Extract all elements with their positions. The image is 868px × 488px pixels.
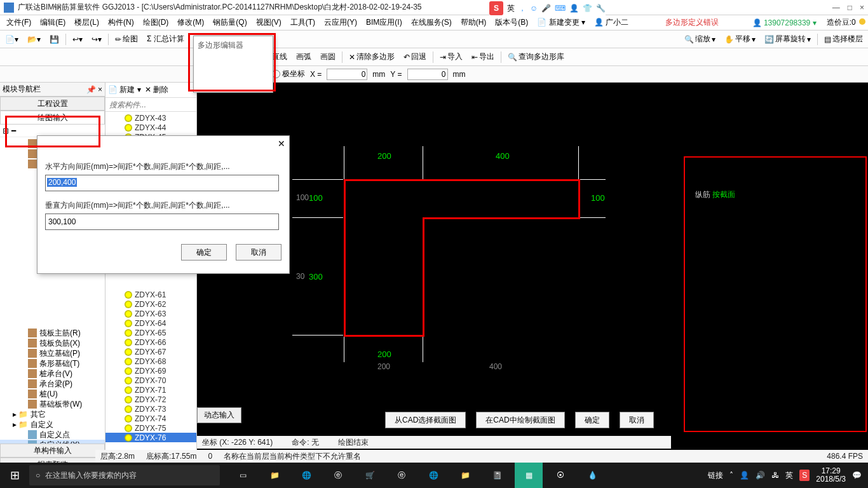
tray-chevron-icon[interactable]: ˄ — [729, 471, 733, 480]
menu-version[interactable]: 版本号(B) — [491, 16, 532, 29]
component-item[interactable]: ZDYX-62 — [105, 299, 196, 309]
polar-radio[interactable]: 极坐标 — [272, 69, 305, 79]
menu-comp[interactable]: 构件(N) — [104, 16, 138, 29]
comp-delete-button[interactable]: ✕ 删除 — [145, 85, 168, 95]
y-input[interactable] — [407, 69, 448, 80]
app-icon-3[interactable]: ⓔ — [324, 463, 352, 488]
tree-row[interactable]: 筏板主筋(R) — [0, 328, 105, 338]
draw-circle-button[interactable]: 画圆 — [318, 50, 338, 64]
clear-polygon-button[interactable]: ✕ 清除多边形 — [346, 50, 397, 64]
tree-group[interactable]: ▸ 📁 自定义 — [0, 419, 105, 430]
grid-cancel-button[interactable]: 取消 — [236, 244, 281, 261]
new-change-button[interactable]: 📄 新建变更 ▾ — [533, 16, 589, 29]
tree-row[interactable]: 自定义线(X) — [0, 440, 105, 444]
screen-rotate-button[interactable]: 🔄 屏幕旋转 ▾ — [762, 32, 813, 46]
app-icon-10[interactable]: ⦿ — [546, 463, 574, 488]
tray-people-icon[interactable]: 👤 — [740, 471, 749, 480]
taskbar-search[interactable]: ○ 在这里输入你要搜索的内容 — [29, 465, 220, 485]
component-item[interactable]: ZDYX-63 — [105, 309, 196, 318]
tree-row[interactable]: 桩承台(V) — [0, 369, 105, 379]
draw-button[interactable]: ✏ 绘图 — [112, 32, 140, 46]
app-icon-8[interactable]: 📓 — [483, 463, 511, 488]
start-button[interactable]: ⊞ — [0, 463, 29, 488]
component-item[interactable]: ZDYX-66 — [105, 337, 196, 347]
save-button[interactable]: 💾 — [47, 34, 62, 45]
app-icon-7[interactable]: 📁 — [451, 463, 479, 488]
menu-modify[interactable]: 修改(M) — [173, 16, 208, 29]
component-item[interactable]: ZDYX-67 — [105, 347, 196, 356]
tree-group[interactable]: ▸ 📁 其它 — [0, 409, 105, 419]
menu-view[interactable]: 视图(V) — [252, 16, 285, 29]
tree-row[interactable]: 自定义点 — [0, 430, 105, 440]
component-item[interactable]: ZDYX-75 — [105, 423, 196, 433]
dynamic-input-button[interactable]: 动态输入 — [197, 407, 241, 423]
zoom-button[interactable]: 🔍 缩放 ▾ — [682, 32, 718, 46]
menu-edit[interactable]: 编辑(E) — [36, 16, 69, 29]
component-item[interactable]: ZDYX-61 — [105, 290, 196, 299]
menu-floor[interactable]: 楼层(L) — [71, 16, 103, 29]
guangxiaoer-button[interactable]: 👤 广小二 — [590, 16, 632, 29]
app-icon-1[interactable]: 📁 — [261, 463, 288, 488]
tree-row[interactable]: 筏板负筋(X) — [0, 338, 105, 348]
polygon-error-warning[interactable]: 多边形定义错误 — [665, 17, 719, 28]
single-comp-input-tab[interactable]: 单构件输入 — [0, 444, 105, 458]
app-icon-11[interactable]: 💧 — [578, 463, 606, 488]
component-item[interactable]: ZDYX-44 — [105, 123, 196, 132]
component-item[interactable]: ZDYX-69 — [105, 366, 196, 376]
open-file-button[interactable]: 📂▾ — [25, 34, 43, 45]
pan-button[interactable]: ✋ 平移 ▾ — [722, 32, 758, 46]
tray-sogou-icon[interactable]: S — [799, 470, 810, 481]
redo-button[interactable]: ↪▾ — [89, 34, 104, 45]
component-item[interactable]: ZDYX-70 — [105, 376, 196, 385]
app-icon-2[interactable]: 🌐 — [292, 463, 320, 488]
tree-expand-icon[interactable]: ⊞ — [3, 126, 9, 135]
cad-ok-button[interactable]: 确定 — [575, 412, 609, 428]
menu-cloud[interactable]: 云应用(Y) — [320, 16, 361, 29]
project-settings-tab[interactable]: 工程设置 — [0, 97, 105, 111]
back-button[interactable]: ↶ 回退 — [401, 50, 429, 64]
menu-file[interactable]: 文件(F) — [3, 16, 35, 29]
app-icon-5[interactable]: ⓔ — [388, 463, 416, 488]
tray-ime-label[interactable]: 英 — [785, 470, 793, 481]
app-icon-9[interactable]: ▦ — [515, 463, 543, 488]
tray-notifications-icon[interactable]: 💬 — [852, 471, 862, 480]
user-account[interactable]: 👤 13907298339 ▾ — [752, 18, 817, 27]
x-input[interactable] — [327, 69, 367, 80]
tray-clock[interactable]: 17:292018/5/3 — [816, 467, 846, 484]
component-item[interactable]: ZDYX-72 — [105, 395, 196, 404]
grid-v-input[interactable] — [45, 214, 279, 230]
select-layer-button[interactable]: ▤ 选择楼层 — [822, 32, 865, 46]
comp-search-input[interactable] — [105, 98, 196, 111]
close-icon[interactable]: × — [860, 3, 864, 12]
query-lib-button[interactable]: 🔍 查询多边形库 — [505, 50, 567, 64]
nav-panel-pin-icon[interactable]: 📌 × — [86, 85, 102, 94]
tree-row[interactable]: 承台梁(P) — [0, 379, 105, 389]
component-item[interactable]: ZDYX-64 — [105, 318, 196, 328]
grid-ok-button[interactable]: 确定 — [181, 244, 227, 261]
menu-help[interactable]: 帮助(H) — [457, 16, 491, 29]
import-button[interactable]: ⇥ 导入 — [437, 50, 465, 64]
component-item[interactable]: ZDYX-76 — [105, 433, 196, 442]
maximize-icon[interactable]: □ — [848, 3, 852, 12]
component-item[interactable]: ZDYX-73 — [105, 404, 196, 414]
ime-logo-icon[interactable]: S — [489, 1, 503, 15]
component-item[interactable]: ZDYX-65 — [105, 328, 196, 337]
cad-draw-button[interactable]: 在CAD中绘制截面图 — [476, 412, 564, 428]
ime-lang-label[interactable]: 英 — [507, 3, 515, 14]
cad-cancel-button[interactable]: 取消 — [620, 412, 654, 428]
tree-collapse-icon[interactable]: ━ — [11, 126, 16, 135]
minimize-icon[interactable]: — — [832, 3, 840, 12]
undo-button[interactable]: ↩▾ — [70, 34, 85, 45]
component-item[interactable]: ZDYX-71 — [105, 385, 196, 395]
app-icon-4[interactable]: 🛒 — [356, 463, 384, 488]
component-item[interactable]: ZDYX-43 — [105, 113, 196, 123]
tree-row[interactable]: 桩(U) — [0, 389, 105, 399]
component-item[interactable]: ZDYX-74 — [105, 414, 196, 423]
grid-dialog-close-button[interactable]: ✕ — [278, 139, 285, 149]
tray-net-icon[interactable]: 🖧 — [771, 471, 779, 480]
menu-online[interactable]: 在线服务(S) — [407, 16, 456, 29]
menu-rebar[interactable]: 钢筋量(Q) — [209, 16, 250, 29]
comp-new-button[interactable]: 📄 新建 ▾ — [108, 85, 141, 95]
menu-draw[interactable]: 绘图(D) — [139, 16, 173, 29]
tray-volume-icon[interactable]: 🔊 — [756, 471, 765, 480]
